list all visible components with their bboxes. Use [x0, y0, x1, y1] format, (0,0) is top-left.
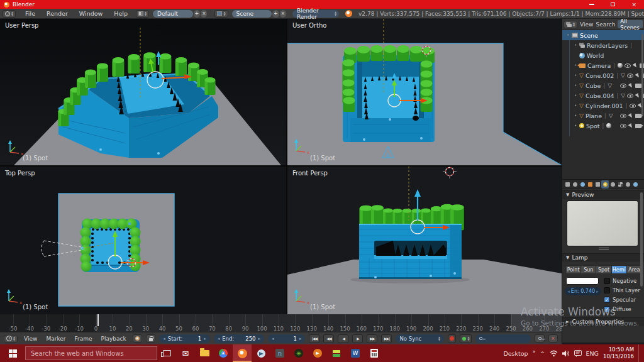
- add-scene-button[interactable]: +: [272, 10, 279, 18]
- word-button[interactable]: W: [346, 344, 365, 362]
- mail-app-button[interactable]: ✉: [176, 344, 195, 362]
- jump-to-end-button[interactable]: ▶▶|: [381, 334, 392, 343]
- renderability-toggle-icon[interactable]: [635, 84, 641, 88]
- menu-window[interactable]: Window: [74, 10, 108, 17]
- negative-checkbox-row[interactable]: ✓ Negative: [604, 277, 636, 285]
- render-engine-select[interactable]: Blender Render ▲▼: [292, 10, 339, 18]
- n-app-button[interactable]: n: [270, 344, 289, 362]
- start-frame-field[interactable]: ◂ Start: 1 ▸: [159, 334, 209, 343]
- lamp-type-button[interactable]: Hemi: [612, 265, 627, 274]
- tab-texture[interactable]: [616, 180, 624, 189]
- insert-keyframe-button[interactable]: [535, 334, 544, 343]
- outliner-row-spot[interactable]: • Spot |: [562, 121, 644, 131]
- chrome-button[interactable]: [214, 344, 233, 362]
- play-button[interactable]: ▶: [352, 334, 363, 343]
- viewport-scene-user-ortho[interactable]: x: [287, 19, 562, 165]
- selectability-toggle-icon[interactable]: [628, 123, 634, 128]
- editor-type-selector[interactable]: ▲▼: [564, 21, 577, 28]
- outliner-scope-select[interactable]: All Scenes: [618, 20, 643, 28]
- remove-layout-button[interactable]: ×: [201, 10, 207, 18]
- toolbar-chevron[interactable]: »: [533, 349, 536, 354]
- tab-material[interactable]: [609, 180, 616, 189]
- show-desktop-button[interactable]: [638, 344, 641, 362]
- viewport-scene-top-persp[interactable]: x: [0, 167, 286, 314]
- visibility-toggle-icon[interactable]: [625, 63, 631, 68]
- end-frame-field[interactable]: ◂ End: 250 ▸: [214, 334, 264, 343]
- slider-left-arrow[interactable]: ◂: [567, 289, 570, 294]
- visibility-toggle-icon[interactable]: [620, 114, 626, 118]
- lamp-type-button[interactable]: Point: [565, 265, 581, 274]
- expand-toggle[interactable]: •: [574, 123, 577, 128]
- expand-toggle[interactable]: •: [566, 33, 570, 38]
- editor-type-selector[interactable]: i ▲▼: [3, 10, 16, 18]
- visibility-toggle-icon[interactable]: [620, 84, 626, 88]
- active-keying-set-field[interactable]: [475, 334, 531, 343]
- outliner-row-cylinder001[interactable]: • Cylinder.001 |: [562, 101, 644, 111]
- outliner-menu-view[interactable]: View: [580, 21, 593, 28]
- outliner-row-renderlayers[interactable]: • RenderLayers |: [562, 40, 644, 50]
- prev-keyframe-button[interactable]: ◀◀: [323, 334, 334, 343]
- expand-toggle[interactable]: •: [574, 93, 577, 98]
- file-explorer-button[interactable]: [195, 344, 214, 362]
- selectability-toggle-icon[interactable]: [628, 112, 634, 118]
- delete-keyframe-button[interactable]: ×: [548, 334, 558, 343]
- tab-object[interactable]: [586, 180, 594, 189]
- keying-set-selector[interactable]: ▲▼: [460, 334, 472, 343]
- viewport-scene-front-persp[interactable]: x: [287, 167, 562, 314]
- calculator-button[interactable]: [365, 344, 384, 362]
- current-frame-marker[interactable]: [97, 314, 99, 326]
- viewport-scene-user-persp[interactable]: x: [0, 19, 286, 165]
- next-keyframe-button[interactable]: ▶▶: [367, 334, 377, 343]
- remove-scene-button[interactable]: ×: [280, 10, 286, 18]
- lock-time-button[interactable]: [146, 334, 155, 343]
- maximize-button[interactable]: [611, 3, 615, 6]
- jump-to-start-button[interactable]: |◀◀: [309, 334, 319, 343]
- lamp-energy-slider[interactable]: ◂ En: 0.740 ▸: [565, 287, 601, 295]
- expand-toggle[interactable]: •: [574, 113, 577, 118]
- taskbar-clock[interactable]: 10:50 AM 10/15/2016: [603, 346, 634, 359]
- outliner-row-cone002[interactable]: • Cone.002 |: [562, 70, 644, 80]
- renderability-toggle-icon[interactable]: [635, 124, 641, 128]
- visibility-toggle-icon[interactable]: [627, 74, 633, 78]
- sync-mode-select[interactable]: No Sync ▲▼: [396, 334, 444, 343]
- lamp-color-swatch[interactable]: [566, 277, 599, 285]
- bluestacks-button[interactable]: [327, 344, 346, 362]
- outliner-row-cube004[interactable]: • Cube.004 |: [562, 90, 644, 101]
- bird-app-button[interactable]: [252, 344, 270, 362]
- preview-resize-handle[interactable]: [599, 248, 609, 250]
- expand-toggle[interactable]: •: [574, 43, 577, 48]
- green-app-button[interactable]: ✳: [289, 344, 308, 362]
- media-player-button[interactable]: ▶: [308, 344, 327, 362]
- timeline-menu-frame[interactable]: Frame: [72, 336, 95, 342]
- volume-icon[interactable]: [562, 350, 570, 357]
- outliner-scrollbar[interactable]: [641, 34, 643, 116]
- timeline-menu-view[interactable]: View: [21, 336, 40, 342]
- blender-taskbar-button[interactable]: [233, 344, 252, 362]
- screen-layout-field[interactable]: Default: [153, 10, 193, 18]
- this-layer-checkbox-row[interactable]: ✓ This Layer: [604, 287, 640, 294]
- preview-range-button[interactable]: [133, 334, 142, 343]
- outliner-row-scene[interactable]: • Scene: [562, 30, 644, 40]
- tab-particles[interactable]: [624, 180, 631, 189]
- selectability-toggle-icon[interactable]: [633, 62, 638, 68]
- timeline-menu-marker[interactable]: Marker: [43, 336, 68, 342]
- task-view-button[interactable]: [157, 344, 176, 362]
- selectability-toggle-icon[interactable]: [635, 92, 641, 98]
- editor-type-selector[interactable]: ▲▼: [4, 335, 18, 343]
- current-frame-field[interactable]: ◂ 1 ▸: [268, 334, 305, 343]
- properties-scrollbar[interactable]: [640, 192, 643, 287]
- selectability-toggle-icon[interactable]: [635, 72, 641, 78]
- notification-icon[interactable]: [574, 350, 582, 357]
- outliner-row-cube[interactable]: • Cube |: [562, 80, 644, 90]
- wifi-icon[interactable]: [550, 350, 558, 357]
- play-reverse-button[interactable]: ◀: [338, 334, 348, 343]
- visibility-toggle-icon[interactable]: [630, 104, 636, 108]
- timeline-menu-playback[interactable]: Playback: [99, 336, 129, 342]
- menu-file[interactable]: File: [19, 10, 41, 17]
- show-hidden-icons[interactable]: ^: [540, 350, 545, 357]
- visibility-toggle-icon[interactable]: [620, 124, 626, 128]
- taskbar-search-input[interactable]: [25, 346, 157, 360]
- preview-section-header[interactable]: ▼ Preview: [562, 190, 644, 199]
- diffuse-checkbox-row[interactable]: ✓ Diffuse: [604, 305, 631, 313]
- viewport-front-persp[interactable]: x Front Persp (1) Spot: [287, 167, 562, 314]
